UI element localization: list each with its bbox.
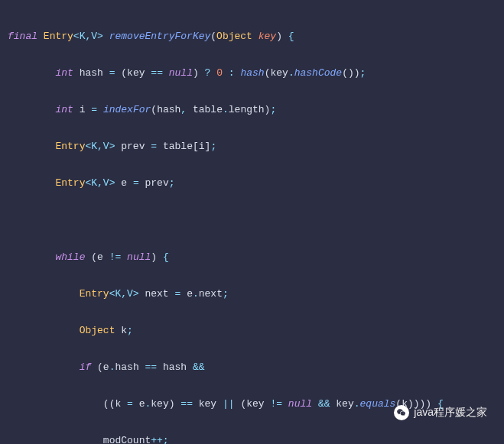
kw-null: null xyxy=(169,67,193,79)
ident: table xyxy=(163,141,193,152)
number: 0 xyxy=(216,67,223,79)
watermark: java程序媛之家 xyxy=(394,403,487,423)
prop: key xyxy=(151,398,168,410)
prop: length xyxy=(229,104,265,115)
code-line: Entry<K,V> e = prev; xyxy=(8,174,496,193)
prop: next xyxy=(199,288,223,300)
ident: key xyxy=(336,398,353,410)
ident: e xyxy=(103,361,109,373)
generics: <K,V> xyxy=(85,141,115,152)
fn: indexFor xyxy=(103,104,151,115)
code-line: while (e != null) { xyxy=(8,248,496,267)
generics: <K,V> xyxy=(109,288,139,300)
watermark-text: java程序媛之家 xyxy=(414,403,487,423)
code-line: int i = indexFor(hash, table.length); xyxy=(8,101,496,119)
ident: k xyxy=(115,398,121,410)
generics: <K,V> xyxy=(85,177,115,189)
code-block: final Entry<K,V> removeEntryForKey(Objec… xyxy=(8,9,496,444)
code-line: modCount++; xyxy=(8,432,496,444)
code-line: if (e.hash == hash && xyxy=(8,358,496,377)
ident: e xyxy=(187,288,193,300)
code-line: Entry<K,V> prev = table[i]; xyxy=(8,138,496,156)
code-line: final Entry<K,V> removeEntryForKey(Objec… xyxy=(8,28,496,46)
fn: hash xyxy=(240,67,264,79)
ident: prev xyxy=(145,177,169,189)
ident: i xyxy=(80,104,86,115)
code-line: Entry<K,V> next = e.next; xyxy=(8,285,496,303)
ident: next xyxy=(145,288,168,300)
ident: modCount xyxy=(103,435,151,444)
kw-int: int xyxy=(55,67,73,79)
kw-null: null xyxy=(288,398,312,410)
prop: hash xyxy=(115,361,138,373)
kw-int: int xyxy=(55,104,73,115)
type: Object xyxy=(80,325,115,336)
method-name: removeEntryForKey xyxy=(109,31,211,42)
kw-while: while xyxy=(55,251,85,263)
ident: e xyxy=(121,177,127,189)
kw-if: if xyxy=(80,361,92,373)
param-name: key xyxy=(259,31,276,42)
ident: i xyxy=(199,141,205,152)
param-type: Object xyxy=(216,31,252,42)
fn: equals xyxy=(360,398,396,410)
code-line xyxy=(8,212,496,230)
type: Entry xyxy=(80,288,109,300)
ident: hash xyxy=(157,104,180,115)
code-line: int hash = (key == null) ? 0 : hash(key.… xyxy=(8,64,496,83)
ident: e xyxy=(139,398,145,410)
fn: hashCode xyxy=(294,67,342,79)
kw-final: final xyxy=(8,31,37,42)
ident: key xyxy=(246,398,264,410)
type: Entry xyxy=(55,141,85,152)
code-line: Object k; xyxy=(8,322,496,340)
type: Entry xyxy=(55,177,85,189)
ident: table xyxy=(193,104,223,115)
ident: key xyxy=(127,67,145,79)
kw-null: null xyxy=(127,251,151,263)
ident: prev xyxy=(121,141,145,152)
ident: hash xyxy=(163,361,187,373)
ident: k xyxy=(121,325,127,336)
type: Entry xyxy=(44,31,73,42)
ident: hash xyxy=(80,67,103,79)
generics: <K,V> xyxy=(73,31,103,42)
ident: e xyxy=(97,251,103,263)
ident: key xyxy=(199,398,216,410)
wechat-icon xyxy=(394,405,409,420)
